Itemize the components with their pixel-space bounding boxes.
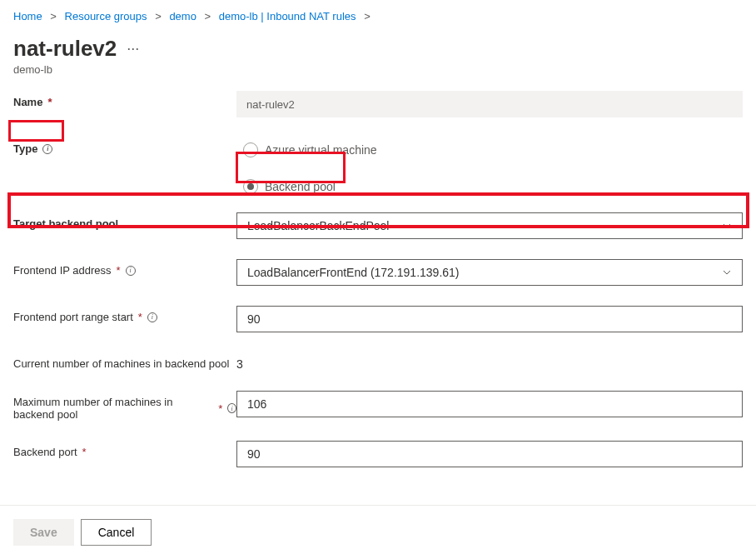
- info-icon[interactable]: i: [126, 266, 136, 276]
- page-title: nat-rulev2: [13, 36, 117, 62]
- cancel-button[interactable]: Cancel: [81, 519, 152, 546]
- breadcrumb-sep: >: [155, 10, 162, 22]
- chevron-down-icon: [722, 267, 732, 277]
- frontend-ip-label: Frontend IP address* i: [13, 259, 236, 277]
- backend-port-input[interactable]: [236, 441, 743, 467]
- breadcrumb-sep: >: [205, 10, 211, 22]
- backend-port-label: Backend port*: [13, 441, 236, 458]
- info-icon[interactable]: i: [227, 403, 236, 413]
- frontend-ip-select[interactable]: LoadBalancerFrontEnd (172.191.139.61): [236, 259, 743, 286]
- chevron-down-icon: [722, 221, 732, 231]
- page-subtitle: demo-lb: [0, 62, 756, 91]
- breadcrumb: Home > Resource groups > demo > demo-lb …: [0, 0, 756, 29]
- breadcrumb-inbound-nat[interactable]: demo-lb | Inbound NAT rules: [219, 10, 356, 22]
- breadcrumb-sep: >: [50, 10, 57, 22]
- max-machines-label: Maximum number of machines in backend po…: [13, 391, 236, 421]
- current-machines-label: Current number of machines in backend po…: [13, 352, 236, 370]
- type-radio-vm-label: Azure virtual machine: [265, 143, 377, 157]
- name-label: Name*: [13, 91, 236, 108]
- type-label: Type i: [13, 137, 236, 155]
- more-actions-icon[interactable]: ···: [127, 40, 139, 57]
- breadcrumb-demo[interactable]: demo: [169, 10, 196, 22]
- info-icon[interactable]: i: [147, 312, 157, 322]
- type-radio-group: Azure virtual machine Backend pool: [236, 137, 743, 199]
- breadcrumb-resource-groups[interactable]: Resource groups: [65, 10, 147, 22]
- target-backend-pool-label: Target backend pool: [13, 212, 236, 230]
- frontend-port-range-label: Frontend port range start* i: [13, 306, 236, 323]
- info-icon[interactable]: i: [42, 144, 52, 154]
- breadcrumb-sep: >: [364, 10, 371, 22]
- type-radio-pool-label: Backend pool: [265, 180, 336, 193]
- target-backend-pool-value: LoadBalancerBackEndPool: [247, 219, 389, 232]
- save-button[interactable]: Save: [13, 519, 74, 546]
- type-radio-backend-pool[interactable]: Backend pool: [236, 174, 743, 199]
- breadcrumb-home[interactable]: Home: [13, 10, 42, 22]
- max-machines-input[interactable]: [236, 391, 743, 417]
- frontend-ip-value: LoadBalancerFrontEnd (172.191.139.61): [247, 266, 460, 279]
- footer: Save Cancel: [0, 505, 756, 559]
- name-input: [236, 91, 743, 117]
- radio-icon: [243, 142, 258, 157]
- radio-icon: [243, 179, 258, 194]
- frontend-port-range-input[interactable]: [236, 306, 743, 332]
- type-radio-vm[interactable]: Azure virtual machine: [236, 137, 743, 162]
- target-backend-pool-select[interactable]: LoadBalancerBackEndPool: [236, 212, 743, 239]
- current-machines-value: 3: [236, 352, 743, 371]
